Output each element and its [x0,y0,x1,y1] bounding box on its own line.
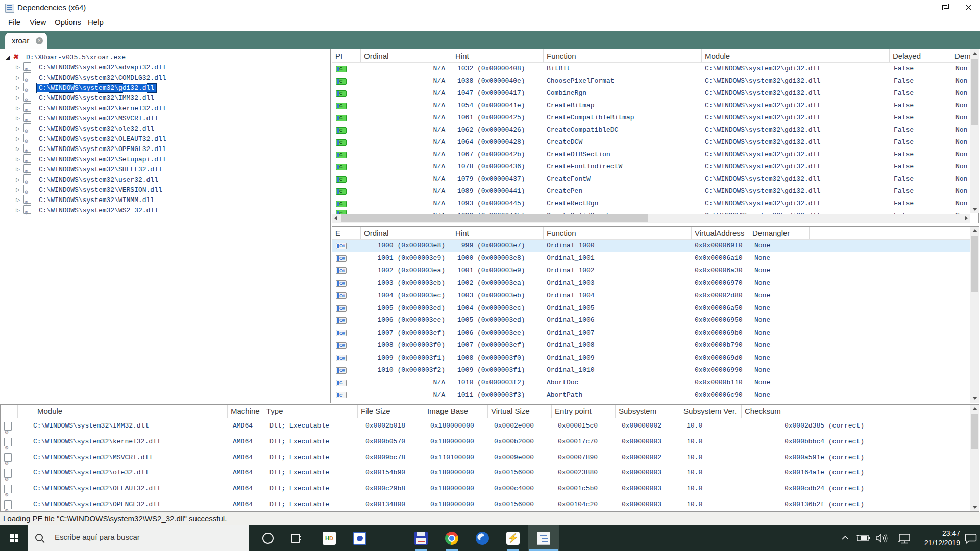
tree-item[interactable]: ▷ ⚙ C:\WINDOWS\system32\OLEAUT32.dll [0,133,330,143]
taskbar-app-chrome[interactable] [436,525,467,551]
chevron-right-icon[interactable]: ▷ [14,174,21,185]
import-row[interactable]: C N/A 1047 (0x00000417) CombineRgn C:\WI… [332,87,978,99]
chevron-right-icon[interactable]: ▷ [14,185,21,195]
taskbar-app-paint[interactable] [345,525,375,551]
export-row[interactable]: C N/A 1011 (0x000003f3) AbortPath 0x0x00… [332,389,978,402]
chevron-right-icon[interactable]: ▷ [14,72,21,83]
tree-item[interactable]: ▷ ⚙ C:\WINDOWS\system32\VERSION.dll [0,184,330,194]
taskbar-app-hxd[interactable] [314,525,345,551]
exports-col-demangler[interactable]: Demangler [749,227,810,239]
import-row[interactable]: C N/A 1038 (0x0000040e) ChoosePixelForma… [332,75,978,87]
module-row[interactable]: ⚙ C:\WINDOWS\system32\kernel32.dll AMD64… [1,434,978,450]
tree-item[interactable]: ▷ ⚙ C:\WINDOWS\system32\IMM32.dll [0,92,330,103]
tree-item[interactable]: ▷ ⚙ C:\WINDOWS\system32\SHELL32.dll [0,164,330,174]
module-row[interactable]: ⚙ C:\WINDOWS\system32\MSVCRT.dll AMD64 D… [1,450,978,466]
import-row[interactable]: C N/A 1064 (0x00000428) CreateDCW C:\WIN… [332,136,978,148]
tree-item[interactable]: ▷ ⚙ C:\WINDOWS\system32\ole32.dll [0,123,330,133]
chevron-right-icon[interactable]: ▷ [14,62,21,72]
tree-item[interactable]: ▷ ⚙ C:\WINDOWS\system32\Setupapi.dll [0,154,330,164]
export-row[interactable]: C N/A 1010 (0x000003f2) AbortDoc 0x0x000… [332,377,978,389]
export-row[interactable]: O# 1007 (0x000003ef) 1006 (0x000003ee) O… [332,327,978,339]
imports-col-pi[interactable]: PI [332,49,361,62]
modules-col-type[interactable]: Type [263,405,358,418]
tree-root-item[interactable]: ◢ ✖ D:\XRoar-v035.5\xroar.exe [0,52,330,62]
modules-vertical-scrollbar[interactable] [970,405,979,511]
menu-options[interactable]: Options [55,18,81,27]
exports-col-e[interactable]: E [332,227,361,239]
tray-clock[interactable]: 23:47 21/12/2019 [915,529,960,548]
taskbar-app-winamp[interactable] [498,525,528,551]
tab-xroar[interactable]: xroar × [5,33,47,49]
modules-col-virtualsize[interactable]: Virtual Size [488,405,552,418]
export-row[interactable]: O# 1004 (0x000003ec) 1003 (0x000003eb) O… [332,290,978,302]
modules-col-subsystem[interactable]: Subsystem [616,405,680,418]
imports-col-hint[interactable]: Hint [452,49,544,62]
chevron-right-icon[interactable]: ▷ [14,164,21,174]
export-row[interactable]: O# 1009 (0x000003f1) 1008 (0x000003f0) O… [332,352,978,364]
import-row[interactable]: C N/A 1089 (0x00000441) CreatePen C:\WIN… [332,185,978,197]
chevron-expanded-icon[interactable]: ◢ [4,52,11,62]
module-row[interactable]: ⚙ C:\WINDOWS\system32\IMM32.dll AMD64 Dl… [1,418,978,434]
tray-network-button[interactable] [894,525,914,551]
tree-item[interactable]: ▷ ⚙ C:\WINDOWS\system32\MSVCRT.dll [0,113,330,123]
chevron-right-icon[interactable]: ▷ [14,123,21,134]
modules-col-entrypoint[interactable]: Entry point [552,405,616,418]
export-row[interactable]: O# 1000 (0x000003e8) 999 (0x000003e7) Or… [332,240,978,252]
export-row[interactable]: O# 1005 (0x000003ed) 1004 (0x000003ec) O… [332,302,978,314]
export-row[interactable]: O# 1008 (0x000003f0) 1007 (0x000003ef) O… [332,339,978,352]
taskbar-app-xroar[interactable] [375,525,406,551]
tree-item[interactable]: ▷ ⚙ C:\WINDOWS\system32\kernel32.dll [0,103,330,113]
tree-item[interactable]: ▷ ⚙ C:\WINDOWS\system32\user32.dll [0,174,330,184]
modules-col-imagebase[interactable]: Image Base [424,405,488,418]
chevron-right-icon[interactable]: ▷ [14,103,21,113]
export-row[interactable]: O# 1006 (0x000003ee) 1005 (0x000003ed) O… [332,314,978,327]
restore-button[interactable] [933,0,957,15]
start-button[interactable] [0,525,28,551]
import-row[interactable]: C N/A 1078 (0x00000436) CreateFontIndire… [332,161,978,173]
tray-chevron-up-button[interactable] [838,525,853,551]
tree-item[interactable]: ▷ ⚙ C:\WINDOWS\system32\WS2_32.dll [0,205,330,215]
chevron-right-icon[interactable]: ▷ [14,113,21,123]
taskbar-app-thunderbird[interactable] [467,525,498,551]
tray-volume-button[interactable] [874,525,892,551]
import-row[interactable]: C N/A 1093 (0x00000445) CreateRectRgn C:… [332,197,978,210]
exports-col-ordinal[interactable]: Ordinal [361,227,452,239]
menu-view[interactable]: View [30,18,46,27]
taskbar-app-dependencies[interactable] [528,525,559,551]
chevron-right-icon[interactable]: ▷ [14,195,21,205]
imports-col-delayed[interactable]: Delayed [890,49,951,62]
chevron-right-icon[interactable]: ▷ [14,83,21,93]
import-row[interactable]: C N/A 1067 (0x0000042b) CreateDIBSection… [332,148,978,161]
menu-file[interactable]: File [8,18,20,27]
modules-col-subsystemver[interactable]: Subsystem Ver. [680,405,742,418]
imports-col-function[interactable]: Function [544,49,702,62]
chevron-right-icon[interactable]: ▷ [14,154,21,164]
imports-col-module[interactable]: Module [702,49,890,62]
module-row[interactable]: ⚙ C:\WINDOWS\system32\OLEAUT32.dll AMD64… [1,481,978,497]
import-row[interactable]: C N/A 1054 (0x0000041e) CreateBitmap C:\… [332,99,978,112]
tree-item[interactable]: ▷ ⚙ C:\WINDOWS\system32\COMDLG32.dll [0,72,330,82]
taskbar-app-winimage[interactable] [406,525,436,551]
task-view-button[interactable] [282,525,310,551]
action-center-button[interactable] [963,525,980,551]
tree-item[interactable]: ▷ ⚙ C:\WINDOWS\system32\gdi32.dll [0,82,330,92]
modules-col-module[interactable]: Module [18,405,228,418]
tree-item[interactable]: ▷ ⚙ C:\WINDOWS\system32\OPENGL32.dll [0,143,330,154]
modules-col-machine[interactable]: Machine [228,405,263,418]
title-bar[interactable]: Dependencies (x64) [0,0,980,15]
imports-horizontal-scrollbar[interactable] [332,214,970,223]
exports-col-hint[interactable]: Hint [452,227,544,239]
export-row[interactable]: O# 1002 (0x000003ea) 1001 (0x000003e9) O… [332,265,978,277]
export-row[interactable]: O# 1001 (0x000003e9) 1000 (0x000003e8) O… [332,252,978,264]
import-row[interactable]: C N/A 1079 (0x00000437) CreateFontW C:\W… [332,173,978,185]
import-row[interactable]: C N/A 1061 (0x00000425) CreateCompatible… [332,112,978,124]
imports-col-ordinal[interactable]: Ordinal [361,49,452,62]
import-row[interactable]: C N/A 1062 (0x00000426) CreateCompatible… [332,124,978,136]
tree-item[interactable]: ▷ ⚙ C:\WINDOWS\system32\advapi32.dll [0,62,330,72]
modules-col-filesize[interactable]: File Size [358,405,424,418]
export-row[interactable]: O# 1003 (0x000003eb) 1002 (0x000003ea) O… [332,277,978,289]
close-button[interactable] [957,0,980,15]
tray-battery-button[interactable] [854,525,872,551]
exports-col-va[interactable]: VirtualAddress [692,227,749,239]
minimize-button[interactable] [910,0,933,15]
